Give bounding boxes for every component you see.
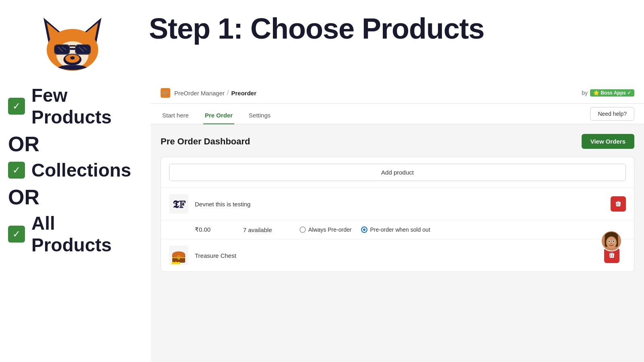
fox-logo xyxy=(40,8,105,72)
product-thumb-devnet: 𝕿𝔽 xyxy=(169,194,188,214)
svg-point-37 xyxy=(613,241,615,242)
view-orders-button[interactable]: View Orders xyxy=(582,134,634,149)
product-name-treasure: Treasure Chest xyxy=(195,252,598,259)
svg-rect-10 xyxy=(76,45,90,54)
add-product-row: Add product xyxy=(161,157,634,188)
left-panel: ✓ Few Products OR ✓ Collections OR ✓ All… xyxy=(0,0,145,362)
breadcrumb-current: Preorder xyxy=(231,90,257,97)
product-detail-row-devnet: ₹0.00 7 available Always Pre-order Pre-o… xyxy=(161,220,634,239)
check-icon-collections: ✓ xyxy=(8,162,25,179)
svg-point-33 xyxy=(606,237,617,249)
always-preorder-option[interactable]: Always Pre-order xyxy=(299,226,351,233)
choice-all-products: ✓ All Products xyxy=(8,212,137,256)
by-prefix: by xyxy=(582,90,588,96)
all-products-label: All Products xyxy=(31,212,137,256)
by-label: by 🌟 Boss Apps ✓ xyxy=(582,89,634,97)
check-icon-all-products: ✓ xyxy=(8,226,25,243)
svg-rect-16 xyxy=(69,45,76,47)
svg-rect-9 xyxy=(55,45,69,54)
breadcrumb-separator: / xyxy=(227,89,229,97)
product-availability-devnet: 7 available xyxy=(243,226,283,233)
dashboard-title: Pre Order Dashboard xyxy=(161,136,250,147)
table-row: Treasure Chest xyxy=(161,239,634,272)
content-card: Add product 𝕿𝔽 Devnet this is testing xyxy=(161,157,634,272)
logo-area xyxy=(8,8,137,72)
nav-tabs: Start here Pre Order Settings Need help? xyxy=(151,104,644,124)
choice-list: ✓ Few Products OR ✓ Collections OR ✓ All… xyxy=(8,84,137,256)
boss-apps-badge: 🌟 Boss Apps ✓ xyxy=(590,89,634,97)
avatar xyxy=(601,230,622,251)
when-sold-out-radio[interactable] xyxy=(361,226,367,233)
choice-collections: ✓ Collections xyxy=(8,159,137,181)
svg-point-22 xyxy=(172,251,185,258)
svg-text:𝕿𝔽: 𝕿𝔽 xyxy=(173,199,186,210)
preorder-options-devnet: Always Pre-order Pre-order when sold out xyxy=(299,226,430,233)
svg-point-36 xyxy=(609,241,610,242)
avatar-image xyxy=(602,231,621,251)
product-price-devnet: ₹0.00 xyxy=(195,226,227,233)
dashboard-area: Pre Order Dashboard View Orders Add prod… xyxy=(151,124,644,282)
tab-pre-order[interactable]: Pre Order xyxy=(203,107,234,124)
tab-start-here[interactable]: Start here xyxy=(161,107,190,124)
svg-rect-11 xyxy=(69,48,76,50)
breadcrumb-app: PreOrder Manager xyxy=(174,90,225,97)
treasure-chest-icon xyxy=(170,247,188,264)
devnet-product-icon: 𝕿𝔽 xyxy=(171,196,187,212)
choice-few-products: ✓ Few Products xyxy=(8,84,137,128)
tab-actions: Need help? xyxy=(590,104,634,124)
trash-icon xyxy=(615,201,621,207)
dashboard-header: Pre Order Dashboard View Orders xyxy=(161,134,634,149)
delete-button-devnet[interactable] xyxy=(611,196,626,212)
trash-icon-2 xyxy=(609,252,615,259)
table-row: 𝕿𝔽 Devnet this is testing xyxy=(161,188,634,220)
collections-label: Collections xyxy=(31,159,131,181)
always-preorder-radio[interactable] xyxy=(299,226,306,233)
right-panel: 🛒 PreOrder Manager / Preorder by 🌟 Boss … xyxy=(151,82,644,362)
product-thumb-treasure xyxy=(169,246,188,265)
add-product-button[interactable]: Add product xyxy=(169,164,626,181)
or-label-1: OR xyxy=(8,132,137,156)
tab-settings[interactable]: Settings xyxy=(247,107,272,124)
always-preorder-label: Always Pre-order xyxy=(308,226,351,233)
page-title: Step 1: Choose Products xyxy=(149,12,644,45)
few-products-label: Few Products xyxy=(31,84,137,128)
or-label-2: OR xyxy=(8,185,137,209)
when-sold-out-label: Pre-order when sold out xyxy=(370,226,430,233)
need-help-button[interactable]: Need help? xyxy=(590,107,634,121)
app-header: 🛒 PreOrder Manager / Preorder by 🌟 Boss … xyxy=(151,82,644,104)
product-name-devnet: Devnet this is testing xyxy=(195,201,604,208)
app-icon: 🛒 xyxy=(161,88,170,98)
svg-point-38 xyxy=(611,243,612,244)
svg-point-8 xyxy=(70,56,74,60)
breadcrumb: 🛒 PreOrder Manager / Preorder xyxy=(161,88,256,98)
when-sold-out-option[interactable]: Pre-order when sold out xyxy=(361,226,430,233)
check-icon-few-products: ✓ xyxy=(8,98,25,115)
